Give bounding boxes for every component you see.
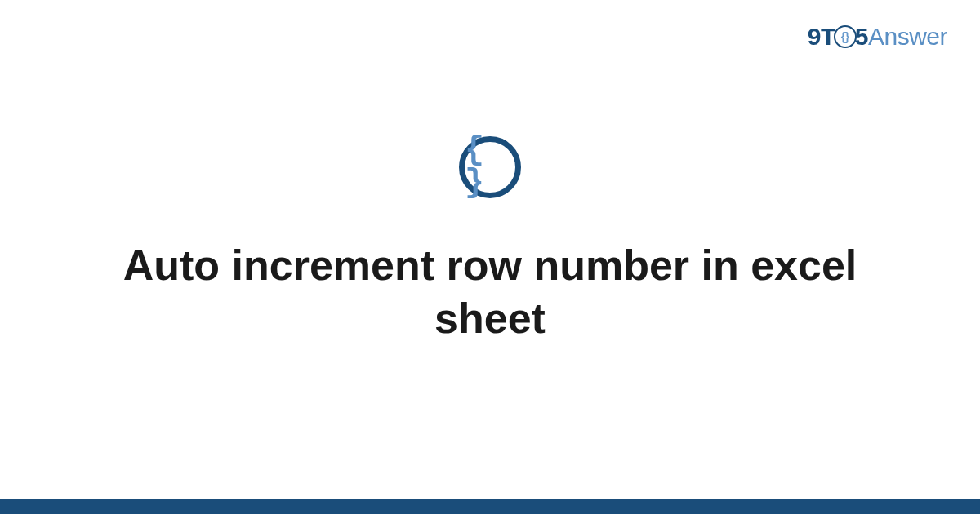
main-content: { } Auto increment row number in excel s… (0, 0, 980, 514)
footer-accent-bar (0, 499, 980, 514)
page-title: Auto increment row number in excel sheet (82, 239, 898, 345)
braces-glyph: { } (465, 135, 515, 200)
code-braces-icon: { } (459, 136, 521, 198)
